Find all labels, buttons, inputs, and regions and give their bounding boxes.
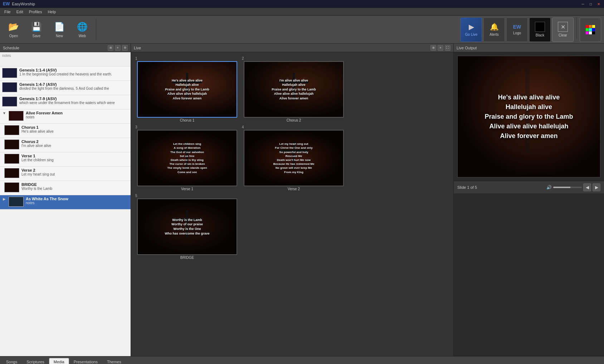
volume-icon: 🔊 <box>546 185 552 190</box>
window-title: EasyWorship <box>12 2 35 6</box>
schedule-grid-btn[interactable]: ⊞ <box>108 45 113 51</box>
slide-label-2: Chorus 2 <box>287 118 301 122</box>
slide-cell-1: 1 He's alive alive aliveHallelujah alive… <box>135 56 239 122</box>
schedule-item-subtitle-as-white: notes <box>26 201 128 205</box>
schedule-item-subtitle-genesis-1-7: which were under the firmament from the … <box>19 101 128 105</box>
go-live-label: Go Live <box>465 33 477 36</box>
black-icon <box>535 22 545 32</box>
live-title: Live <box>134 46 141 50</box>
schedule-item-subtitle-verse-2: Let my heart sing out <box>21 172 128 176</box>
next-slide-btn[interactable]: ▶ <box>593 183 600 191</box>
slide-text-4: Let my heart sing outFor Christ the One … <box>272 141 316 176</box>
black-button[interactable]: Black <box>529 18 551 42</box>
save-button[interactable]: 💾 Save <box>26 18 47 42</box>
schedule-item-subtitle-bridge: Worthy is the Lamb <box>21 187 128 191</box>
slide-thumb-5[interactable]: Worthy is the LambWorthy of our praiseWo… <box>137 198 237 255</box>
slide-thumb-2[interactable]: I'm alive alive aliveHallelujah alivePra… <box>244 61 344 118</box>
title-bar-controls: ─ □ ✕ <box>580 1 601 6</box>
tab-songs[interactable]: Songs <box>1 358 22 364</box>
live-panel: Live ⊞ ≡ ⛶ 1 He's alive alive aliveHalle… <box>131 44 454 356</box>
slide-thumb-3[interactable]: Let the children singA song of liberatio… <box>137 130 237 186</box>
collapse-btn-alive[interactable]: ▼ <box>2 111 6 115</box>
schedule-item-notes-top[interactable]: notes <box>0 52 131 67</box>
menu-help[interactable]: Help <box>45 9 59 15</box>
schedule-item-genesis-1-1[interactable]: Genesis 1:1-4 (ASV) 1 In the beginning G… <box>0 67 131 81</box>
tab-presentations[interactable]: Presentations <box>69 358 102 364</box>
schedule-item-info-chorus-1: Chorus 1 He's alive alive alive <box>21 125 128 133</box>
slide-number-5: 5 <box>135 194 137 198</box>
schedule-item-genesis-1-7[interactable]: Genesis 1:7-9 (ASV) which were under the… <box>0 95 131 109</box>
schedule-item-info-genesis-1-4: Genesis 1:4-7 (ASV) divided the light fr… <box>19 82 128 90</box>
slide-text-5: Worthy is the LambWorthy of our praiseWo… <box>163 216 211 237</box>
schedule-item-info-verse-2: Verse 2 Let my heart sing out <box>21 168 128 176</box>
title-bar: EW EasyWorship ─ □ ✕ <box>0 0 604 8</box>
menu-edit[interactable]: Edit <box>14 9 26 15</box>
logo-label: Logo <box>513 31 521 35</box>
black-label: Black <box>536 33 544 37</box>
open-label: Open <box>9 34 18 38</box>
schedule-thumb-chorus-1 <box>4 125 19 135</box>
collapse-btn-as-white[interactable]: ▶ <box>2 197 6 201</box>
logo-icon: EW <box>513 24 521 30</box>
schedule-item-chorus-1[interactable]: Chorus 1 He's alive alive alive <box>0 124 131 138</box>
slide-label-1: Chorus 1 <box>180 118 195 122</box>
schedule-item-genesis-1-4[interactable]: Genesis 1:4-7 (ASV) divided the light fr… <box>0 81 131 95</box>
schedule-item-info-genesis-1-1: Genesis 1:1-4 (ASV) 1 In the beginning G… <box>19 68 128 76</box>
slide-text-3: Let the children singA song of liberatio… <box>166 141 208 176</box>
logo-button[interactable]: EW Logo <box>506 18 528 42</box>
schedule-item-bridge[interactable]: BRIDGE Worthy is the Lamb <box>0 181 131 195</box>
schedule-item-as-white[interactable]: ▶ As White As The Snow notes <box>0 195 131 210</box>
new-icon: 📄 <box>54 21 65 33</box>
menu-profiles[interactable]: Profiles <box>26 9 45 15</box>
schedule-settings-btn[interactable]: ⚙ <box>122 45 128 51</box>
slide-cell-5: 5 Worthy is the LambWorthy of our praise… <box>135 194 239 260</box>
schedule-item-info-as-white: As White As The Snow notes <box>26 197 128 205</box>
schedule-list-btn[interactable]: ≡ <box>115 45 121 51</box>
close-button[interactable]: ✕ <box>596 1 601 6</box>
minimize-button[interactable]: ─ <box>580 1 585 6</box>
tab-themes[interactable]: Themes <box>102 358 126 364</box>
schedule-item-chorus-2[interactable]: Chorus 2 I'm alive alive alive <box>0 138 131 152</box>
tab-scriptures[interactable]: Scriptures <box>22 358 49 364</box>
volume-slider[interactable] <box>553 187 582 188</box>
go-live-button[interactable]: ▶ Go Live <box>461 18 482 42</box>
color-picker-button[interactable] <box>580 18 601 42</box>
alerts-button[interactable]: 🔔 Alerts <box>483 18 505 42</box>
slide-grid: 1 He's alive alive aliveHallelujah alive… <box>131 52 453 356</box>
save-label: Save <box>33 34 41 38</box>
new-label: New <box>56 34 63 38</box>
schedule-item-title-genesis-1-4: Genesis 1:4-7 (ASV) <box>19 82 128 87</box>
alerts-icon: 🔔 <box>490 23 499 31</box>
toolbar-separator-2 <box>576 18 577 39</box>
new-button[interactable]: 📄 New <box>49 18 70 42</box>
live-fullscreen-btn[interactable]: ⛶ <box>445 45 450 51</box>
live-grid-btn[interactable]: ⊞ <box>430 45 436 51</box>
slide-thumb-1[interactable]: He's alive alive aliveHallelujah alivePr… <box>137 61 237 118</box>
color-squares <box>586 25 595 34</box>
tab-media[interactable]: Media <box>49 358 69 364</box>
prev-slide-btn[interactable]: ◀ <box>583 183 591 191</box>
schedule-thumb-genesis-1-1 <box>2 68 17 78</box>
schedule-item-verse-1[interactable]: Verse 1 Let the children sing <box>0 152 131 167</box>
slide-cell-3: 3 Let the children singA song of liberat… <box>135 125 239 191</box>
schedule-item-title-alive: Alive Forever Amen <box>26 111 128 115</box>
toolbar-separator-1 <box>96 19 96 40</box>
app-icon: EW <box>3 1 10 6</box>
schedule-item-title-bridge: BRIDGE <box>21 182 128 187</box>
live-list-btn[interactable]: ≡ <box>438 45 443 51</box>
clear-button[interactable]: ✕ Clear <box>552 18 574 42</box>
schedule-item-subtitle-verse-1: Let the children sing <box>21 158 128 162</box>
web-button[interactable]: 🌐 Web <box>72 18 93 42</box>
slide-thumb-4[interactable]: Let my heart sing outFor Christ the One … <box>244 130 344 186</box>
schedule-item-title-verse-1: Verse 1 <box>21 154 128 158</box>
schedule-item-verse-2[interactable]: Verse 2 Let my heart sing out <box>0 167 131 181</box>
slide-cell-4: 4 Let my heart sing outFor Christ the On… <box>242 125 346 191</box>
slide-text-2: I'm alive alive aliveHallelujah alivePra… <box>270 77 317 102</box>
maximize-button[interactable]: □ <box>588 1 593 6</box>
web-icon: 🌐 <box>77 21 88 33</box>
open-button[interactable]: 📂 Open <box>3 18 24 42</box>
clear-icon: ✕ <box>558 22 568 32</box>
toolbar: 📂 Open 💾 Save 📄 New 🌐 Web ▶ Go Live 🔔 Al… <box>0 16 604 44</box>
schedule-item-alive-forever[interactable]: ▼ Alive Forever Amen notes <box>0 109 131 124</box>
menu-file[interactable]: File <box>1 9 14 15</box>
